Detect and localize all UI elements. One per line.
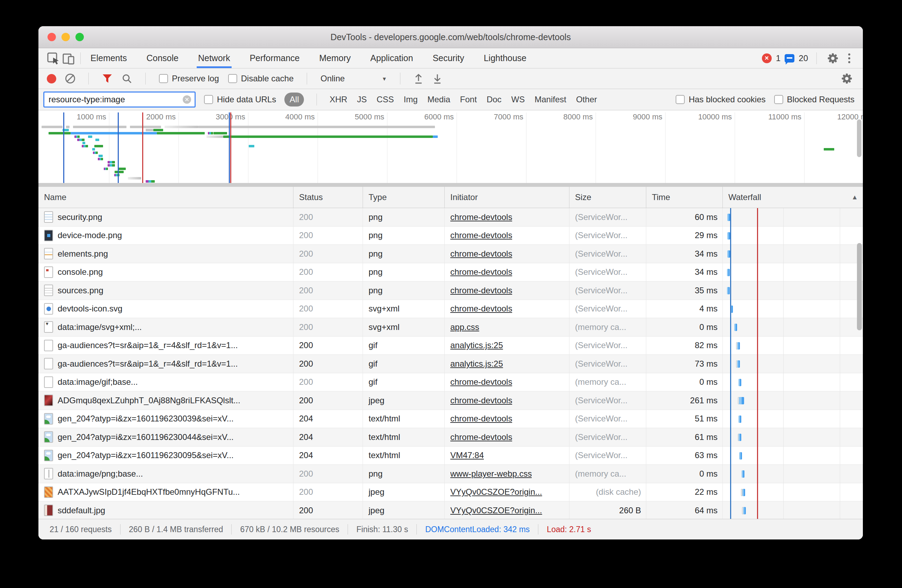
error-count[interactable]: 1 <box>776 53 780 63</box>
request-name-cell[interactable]: ADGmqu8qexLZuhphT_0Aj88Ng8riLFKASQlslt..… <box>38 391 293 410</box>
request-name-cell[interactable]: console.png <box>38 263 293 281</box>
tab-network[interactable]: Network <box>198 48 230 68</box>
request-row[interactable]: data:image/gif;base...200gifchrome-devto… <box>38 373 863 392</box>
waterfall-bar[interactable] <box>739 379 741 386</box>
message-count[interactable]: 20 <box>799 53 808 63</box>
initiator-link[interactable]: VYyQv0CSZOE?origin... <box>450 505 542 515</box>
tab-security[interactable]: Security <box>432 48 464 68</box>
waterfall-bar[interactable] <box>739 434 741 441</box>
request-row[interactable]: elements.png200pngchrome-devtools(Servic… <box>38 245 863 263</box>
inspect-element-icon[interactable] <box>45 51 61 66</box>
initiator-link[interactable]: app.css <box>450 322 479 332</box>
request-name-cell[interactable]: data:image/png;base... <box>38 465 293 483</box>
filter-pill-doc[interactable]: Doc <box>487 95 502 105</box>
tab-application[interactable]: Application <box>370 48 413 68</box>
request-name-cell[interactable]: data:image/svg+xml;... <box>38 318 293 336</box>
clear-button[interactable] <box>65 74 75 83</box>
waterfall-bar[interactable] <box>727 269 730 276</box>
export-har-icon[interactable] <box>432 73 442 84</box>
request-row[interactable]: security.png200pngchrome-devtools(Servic… <box>38 208 863 227</box>
import-har-icon[interactable] <box>413 73 423 84</box>
waterfall-bar[interactable] <box>739 416 741 423</box>
initiator-link[interactable]: chrome-devtools <box>450 377 512 387</box>
tab-elements[interactable]: Elements <box>91 48 127 68</box>
request-row[interactable]: ga-audiences?t=sr&aip=1&_r=4&slf_rd=1&v=… <box>38 355 863 373</box>
initiator-link[interactable]: www-player-webp.css <box>450 469 532 479</box>
tab-console[interactable]: Console <box>146 48 179 68</box>
request-row[interactable]: device-mode.png200pngchrome-devtools(Ser… <box>38 227 863 245</box>
initiator-link[interactable]: chrome-devtools <box>450 304 512 314</box>
device-toolbar-icon[interactable] <box>61 51 76 66</box>
initiator-link[interactable]: chrome-devtools <box>450 212 512 222</box>
initiator-link[interactable]: chrome-devtools <box>450 414 512 424</box>
filter-pill-js[interactable]: JS <box>357 95 367 105</box>
request-row[interactable]: AATXAJywSIpD1jf4EbqHXTfbe0mnyHqGFNTu...2… <box>38 483 863 502</box>
request-name-cell[interactable]: ga-audiences?t=sr&aip=1&_r=4&slf_rd=1&v=… <box>38 355 293 373</box>
initiator-link[interactable]: VM47:84 <box>450 450 484 460</box>
initiator-link[interactable]: analytics.js:25 <box>450 341 503 350</box>
initiator-link[interactable]: chrome-devtools <box>450 396 512 405</box>
column-header-type[interactable]: Type <box>363 187 445 208</box>
request-row[interactable]: ga-audiences?t=sr&aip=1&_r=4&slf_rd=1&v=… <box>38 336 863 355</box>
request-name-cell[interactable]: gen_204?atyp=i&zx=1601196230044&sei=xV..… <box>38 428 293 446</box>
column-header-time[interactable]: Time <box>646 187 723 208</box>
request-row[interactable]: gen_204?atyp=i&zx=1601196230095&sei=xV..… <box>38 447 863 465</box>
waterfall-bar[interactable] <box>727 214 730 221</box>
waterfall-bar[interactable] <box>737 360 740 368</box>
titlebar[interactable]: DevTools - developers.google.com/web/too… <box>38 26 863 48</box>
request-row[interactable]: data:image/svg+xml;...200svg+xmlapp.css(… <box>38 318 863 336</box>
zoom-button[interactable] <box>75 33 84 41</box>
request-name-cell[interactable]: sources.png <box>38 281 293 300</box>
filter-pill-manifest[interactable]: Manifest <box>534 95 566 105</box>
network-overview-timeline[interactable]: 1000 ms2000 ms3000 ms4000 ms5000 ms6000 … <box>38 110 863 187</box>
request-row[interactable]: console.png200pngchrome-devtools(Service… <box>38 263 863 282</box>
filter-pill-xhr[interactable]: XHR <box>329 95 347 105</box>
initiator-link[interactable]: analytics.js:25 <box>450 359 503 369</box>
filter-pill-font[interactable]: Font <box>460 95 477 105</box>
filter-pill-other[interactable]: Other <box>576 95 597 105</box>
request-row[interactable]: sddefault.jpg200jpegVYyQv0CSZOE?origin..… <box>38 501 863 519</box>
settings-gear-icon[interactable] <box>825 51 841 66</box>
filter-input[interactable]: resource-type:image ✕ <box>43 91 196 108</box>
initiator-link[interactable]: chrome-devtools <box>450 267 512 277</box>
request-row[interactable]: data:image/png;base...200pngwww-player-w… <box>38 465 863 483</box>
initiator-link[interactable]: chrome-devtools <box>450 230 512 240</box>
request-name-cell[interactable]: devtools-icon.svg <box>38 300 293 318</box>
filter-pill-img[interactable]: Img <box>404 95 418 105</box>
minimize-button[interactable] <box>61 33 70 41</box>
request-name-cell[interactable]: data:image/gif;base... <box>38 373 293 391</box>
has-blocked-cookies-checkbox[interactable]: Has blocked cookies <box>676 95 766 105</box>
column-header-waterfall[interactable]: Waterfall▲ <box>723 187 863 208</box>
request-name-cell[interactable]: ga-audiences?t=sr&aip=1&_r=4&slf_rd=1&v=… <box>38 336 293 355</box>
clear-filter-icon[interactable]: ✕ <box>183 95 191 104</box>
preserve-log-checkbox[interactable]: Preserve log <box>159 74 219 83</box>
column-header-initiator[interactable]: Initiator <box>445 187 569 208</box>
console-message-icon[interactable] <box>785 54 794 63</box>
filter-pill-all[interactable]: All <box>284 92 304 106</box>
initiator-link[interactable]: VYyQv0CSZOE?origin... <box>450 487 542 497</box>
column-header-size[interactable]: Size <box>569 187 646 208</box>
waterfall-bar[interactable] <box>743 507 746 514</box>
blocked-requests-checkbox[interactable]: Blocked Requests <box>774 95 855 105</box>
initiator-link[interactable]: chrome-devtools <box>450 286 512 296</box>
request-name-cell[interactable]: elements.png <box>38 245 293 263</box>
filter-funnel-icon[interactable] <box>102 74 113 83</box>
waterfall-bar[interactable] <box>734 324 737 331</box>
waterfall-bar[interactable] <box>727 287 730 294</box>
disable-cache-checkbox[interactable]: Disable cache <box>228 74 294 83</box>
filter-pill-ws[interactable]: WS <box>511 95 525 105</box>
waterfall-bar[interactable] <box>727 232 730 239</box>
request-name-cell[interactable]: security.png <box>38 208 293 226</box>
request-row[interactable]: gen_204?atyp=i&zx=1601196230039&sei=xV..… <box>38 410 863 428</box>
request-name-cell[interactable]: gen_204?atyp=i&zx=1601196230095&sei=xV..… <box>38 447 293 465</box>
filter-pill-media[interactable]: Media <box>427 95 450 105</box>
table-scrollbar-thumb[interactable] <box>857 243 862 330</box>
tab-memory[interactable]: Memory <box>319 48 351 68</box>
tab-performance[interactable]: Performance <box>250 48 300 68</box>
column-header-status[interactable]: Status <box>293 187 363 208</box>
overview-scrollbar-thumb[interactable] <box>857 119 861 157</box>
request-name-cell[interactable]: sddefault.jpg <box>38 501 293 519</box>
network-settings-gear-icon[interactable] <box>839 71 855 86</box>
request-name-cell[interactable]: device-mode.png <box>38 227 293 245</box>
search-icon[interactable] <box>122 74 132 84</box>
